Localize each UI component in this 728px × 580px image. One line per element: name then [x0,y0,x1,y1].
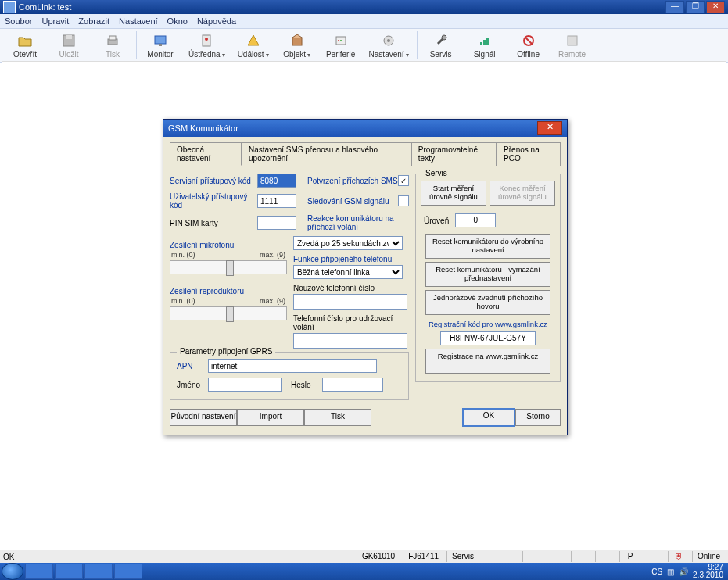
gprs-group: Parametry připojení GPRS APN Jméno Heslo [170,352,409,400]
task-ie[interactable] [25,564,53,579]
lbl-jmeno: Jméno [177,381,208,389]
start-button[interactable] [2,563,23,580]
servis-kod-input[interactable] [257,174,296,188]
minimize-button[interactable]: — [665,1,684,13]
svg-rect-19 [568,36,577,45]
apn-input[interactable] [208,359,377,373]
svg-point-10 [338,40,339,41]
menu-nastaveni[interactable]: Nastavení [119,16,158,26]
uziv-kod-input[interactable] [257,194,296,208]
menubar: Soubor Upravit Zobrazit Nastavení Okno N… [0,14,728,29]
lbl-potvr-sms: Potvrzení příchozích SMS [307,177,398,185]
storno-button[interactable]: Storno [515,409,561,426]
svg-rect-15 [480,42,482,45]
tisk-button[interactable]: Tisk [304,409,371,426]
svg-rect-1 [66,35,72,39]
tb-remote[interactable]: Remote [550,31,594,60]
menu-upravit[interactable]: Upravit [41,16,69,26]
svg-rect-5 [159,44,162,46]
potvr-sms-checkbox[interactable]: ✓ [398,175,409,186]
konec-mereni-button[interactable]: Konec měření úrovně signálu [490,181,555,206]
status-box1 [522,551,543,562]
pin-input[interactable] [257,216,296,230]
lbl-reg-kod: Registrační kód pro www.gsmlink.cz [421,320,555,328]
lbl-pin: PIN SIM karty [170,219,257,227]
tab-texty[interactable]: Programovatelné texty [411,142,497,166]
dialog-titlebar: GSM Komunikátor ✕ [163,120,567,137]
tb-signal[interactable]: Signál [463,31,507,60]
app-titlebar: ComLink: test — ❐ ✕ [0,0,728,14]
tab-obecna[interactable]: Obecná nastavení [170,142,242,166]
tb-ustredna[interactable]: Ústředna▾ [182,31,231,60]
menu-okno[interactable]: Okno [167,16,188,26]
svg-point-13 [387,39,390,42]
tb-offline[interactable]: Offline [507,31,550,60]
lbl-udrz: Telefonní číslo pro udržovací volání [293,314,409,331]
nouz-input[interactable] [293,294,407,310]
sled-gsm-checkbox[interactable] [398,195,409,206]
dialog-title: GSM Komunikátor [168,124,238,133]
ok-button[interactable]: OK [462,408,515,427]
tab-pco[interactable]: Přenos na PCO [497,142,561,166]
task-media[interactable] [84,564,113,579]
tray-volume-icon[interactable]: 🔊 [679,567,688,576]
registrace-button[interactable]: Registrace na www.gsmlink.cz [425,349,550,374]
tb-periferie[interactable]: Periferie [319,31,363,60]
tb-open[interactable]: Otevřít [3,31,47,60]
svg-rect-8 [292,38,302,45]
status-box3 [571,551,592,562]
heslo-input[interactable] [322,378,383,392]
import-button[interactable]: Import [237,409,304,426]
spk-slider[interactable]: min. (0)max. (9) [170,297,287,322]
lbl-spk: Zesílení reproduktoru [170,287,287,295]
funkce-select[interactable]: Běžná telefonní linka [293,265,403,279]
svg-point-11 [340,40,342,41]
task-comlink[interactable] [114,564,142,579]
lbl-funkce-tel: Funkce připojeného telefonu [293,255,409,263]
mic-slider[interactable]: min. (0)max. (9) [170,251,287,276]
lbl-servis-kod: Servisní přístupový kód [170,177,257,185]
servis-legend: Servis [422,169,450,177]
app-title: ComLink: test [19,2,71,12]
dialog-close-button[interactable]: ✕ [537,121,562,135]
jmeno-input[interactable] [208,378,282,392]
status-code2: FJ61411 [403,551,443,562]
reset-pred-button[interactable]: Reset komunikátoru - vymazání přednastav… [425,262,550,287]
tab-sms[interactable]: Nastavení SMS přenosu a hlasového upozor… [242,142,411,166]
menu-napoveda[interactable]: Nápověda [197,16,236,26]
status-alert-icon: ⛨ [668,551,689,562]
reakce-select[interactable]: Zvedá po 25 sekundách zvonění [293,236,403,250]
gsm-dialog: GSM Komunikátor ✕ Obecná nastavení Nasta… [163,119,568,435]
udrz-input[interactable] [293,333,407,349]
lbl-heslo: Heslo [291,381,322,389]
task-explorer[interactable] [55,564,83,579]
jednoraz-button[interactable]: Jednorázové zvednutí příchozího hovoru [425,290,550,315]
lbl-apn: APN [177,362,208,371]
statusbar: OK GK61010 FJ61411 Servis P ⛨ Online [0,550,728,563]
tb-udalost[interactable]: Událost▾ [231,31,275,60]
status-box4 [595,551,616,562]
uroven-value: 0 [455,213,496,227]
reset-vyrobni-button[interactable]: Reset komunikátoru do výrobního nastaven… [425,234,550,259]
tray-lang[interactable]: CS [651,567,662,576]
menu-soubor[interactable]: Soubor [5,16,32,26]
tb-monitor[interactable]: Monitor [138,31,182,60]
lbl-mic: Zesílení mikrofonu [170,241,287,249]
tb-nastaveni[interactable]: Nastavení▾ [363,31,415,60]
close-button[interactable]: ✕ [706,1,725,13]
status-box2 [547,551,568,562]
status-code1: GK61010 [357,551,400,562]
menu-zobrazit[interactable]: Zobrazit [78,16,109,26]
tb-print[interactable]: Tisk [91,31,134,60]
tab-strip: Obecná nastavení Nastavení SMS přenosu a… [170,141,561,166]
tb-servis[interactable]: Servis [419,31,463,60]
lbl-uziv-kod: Uživatelský přístupový kód [170,192,257,209]
puvodni-button[interactable]: Původní nastavení [170,409,237,426]
lbl-reakce: Reakce komunikátoru na příchozí volání [307,214,409,231]
maximize-button[interactable]: ❐ [686,1,705,13]
start-mereni-button[interactable]: Start měření úrovně signálu [421,181,486,206]
tray-flag-icon: ▥ [667,567,674,576]
tb-objekt[interactable]: Objekt▾ [275,31,319,60]
tray-clock[interactable]: 9:27 2.3.2010 [693,564,723,579]
tb-save[interactable]: Uložit [47,31,91,60]
